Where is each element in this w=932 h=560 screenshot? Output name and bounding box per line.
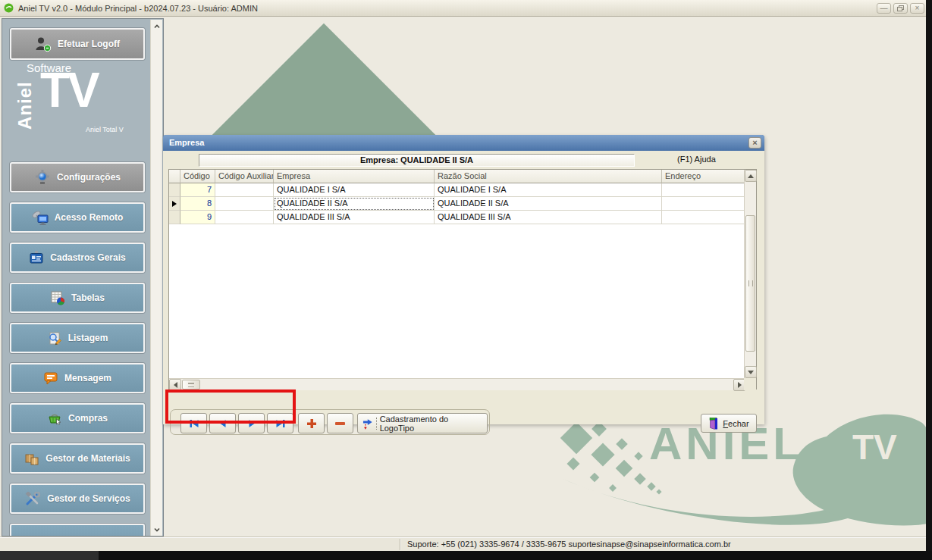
grid-header-empresa[interactable]: Empresa	[274, 170, 435, 183]
table-pie-icon	[50, 291, 65, 305]
grid-header-codigo[interactable]: Código	[180, 170, 215, 183]
sidebar-item-configuracoes[interactable]: Configurações	[10, 162, 145, 192]
delete-record-button[interactable]	[327, 413, 353, 433]
minimize-button[interactable]: —	[877, 3, 891, 14]
cell-codigo[interactable]: 9	[180, 211, 215, 224]
id-card-icon	[29, 251, 44, 264]
scroll-up-icon[interactable]	[154, 23, 160, 30]
grid-horizontal-scrollbar[interactable]	[169, 378, 745, 390]
row-indicator-current	[169, 197, 180, 211]
sidebar-item-listagem[interactable]: Listagem	[10, 323, 145, 353]
sidebar-item-label: Mensagem	[64, 373, 111, 383]
plus-icon	[306, 418, 317, 429]
window-title: Aniel TV v2.0 - Módulo Principal - b2024…	[18, 4, 258, 13]
grid-vscroll-thumb[interactable]	[745, 215, 755, 352]
grid-header-row: Código Código Auxiliar Empresa Razão Soc…	[169, 170, 745, 183]
logotipo-label: Cadastramento do LogoTipo	[380, 415, 482, 433]
sidebar: Efetuar Logoff Software Aniel TV Aniel T…	[2, 18, 164, 537]
statusbar: Suporte: +55 (021) 3335-9674 / 3335-9675…	[0, 537, 932, 551]
sidebar-item-label: Gestor de Materiais	[46, 453, 130, 464]
grid-scroll-down-button[interactable]	[745, 366, 757, 378]
grid-scrollbar-corner	[744, 378, 756, 390]
empresa-dialog: Empresa × Empresa: QUALIDADE II S/A (F1)…	[163, 135, 764, 424]
button-divider	[376, 418, 377, 430]
table-row[interactable]: 9 QUALIDADE III S/A QUALIDADE III S/A	[169, 211, 745, 224]
sidebar-scrollbar[interactable]	[150, 20, 162, 537]
grid-header-endereco[interactable]: Endereço	[662, 170, 745, 183]
grid-header-razao-social[interactable]: Razão Social	[435, 170, 662, 183]
grid-scroll-up-button[interactable]	[745, 170, 757, 182]
statusbar-support-text: Suporte: +55 (021) 3335-9674 / 3335-9675…	[407, 540, 731, 549]
dialog-titlebar[interactable]: Empresa ×	[163, 135, 764, 151]
message-bubble-icon	[43, 371, 58, 385]
sidebar-item-partial[interactable]	[10, 524, 145, 537]
sidebar-item-gestor-servicos[interactable]: Gestor de Serviços	[10, 483, 145, 514]
screen-edge-right	[926, 0, 932, 560]
cell-codigo[interactable]: 8	[180, 197, 215, 211]
logoff-label: Efetuar Logoff	[58, 39, 120, 49]
grid-vertical-scrollbar[interactable]	[744, 170, 756, 378]
watermark-tv-text: TV	[852, 427, 897, 467]
row-indicator	[169, 211, 180, 224]
scroll-down-icon[interactable]	[154, 527, 160, 533]
add-record-button[interactable]	[298, 413, 325, 433]
search-pencil-icon	[47, 331, 62, 346]
cell-empresa[interactable]: QUALIDADE I S/A	[274, 183, 435, 197]
fechar-label: Fechar	[723, 419, 748, 428]
current-row-arrow-icon	[172, 201, 177, 207]
annotation-red-highlight	[165, 389, 296, 424]
cell-empresa[interactable]: QUALIDADE III S/A	[274, 211, 435, 224]
minus-icon	[335, 422, 345, 425]
sidebar-item-label: Configurações	[57, 172, 121, 183]
table-row-selected[interactable]: 8 QUALIDADE II S/A QUALIDADE II S/A	[169, 197, 745, 211]
cell-endereco[interactable]	[662, 211, 745, 224]
row-indicator	[169, 183, 180, 197]
watermark-diamond-trail	[560, 421, 662, 494]
cell-razao-social[interactable]: QUALIDADE III S/A	[435, 211, 662, 224]
grid-header-codigo-auxiliar[interactable]: Código Auxiliar	[215, 170, 274, 183]
app-window: ANIEL TV Aniel TV v2.0 - Módulo Principa…	[0, 0, 932, 560]
cell-endereco[interactable]	[662, 197, 745, 211]
cell-razao-social[interactable]: QUALIDADE II S/A	[435, 197, 662, 211]
dialog-title: Empresa	[169, 138, 204, 147]
restore-button[interactable]	[893, 3, 908, 14]
sidebar-item-acesso-remoto[interactable]: Acesso Remoto	[10, 202, 145, 233]
window-titlebar[interactable]: Aniel TV v2.0 - Módulo Principal - b2024…	[0, 0, 932, 17]
sidebar-item-label: Cadastros Gerais	[50, 252, 125, 263]
close-button[interactable]: ×	[910, 3, 924, 14]
app-icon	[4, 3, 14, 13]
sidebar-item-compras[interactable]: Compras	[10, 403, 145, 433]
dialog-header-band: Empresa: QUALIDADE II S/A	[199, 154, 635, 167]
sidebar-item-label: Listagem	[68, 333, 108, 343]
cell-codigo[interactable]: 7	[180, 183, 215, 197]
cell-endereco[interactable]	[662, 183, 745, 197]
remote-access-icon	[32, 211, 49, 225]
statusbar-separator	[400, 539, 401, 550]
cell-codigo-auxiliar[interactable]	[215, 211, 274, 224]
cell-codigo-auxiliar[interactable]	[215, 183, 274, 197]
sidebar-item-cadastros-gerais[interactable]: Cadastros Gerais	[10, 242, 145, 273]
sidebar-item-tabelas[interactable]: Tabelas	[10, 283, 145, 313]
grid-header-indicator	[169, 170, 180, 183]
cell-codigo-auxiliar[interactable]	[215, 197, 274, 211]
sidebar-item-label: Gestor de Serviços	[47, 493, 130, 504]
logotipo-button[interactable]: Cadastramento do LogoTipo	[357, 413, 488, 433]
exit-door-icon	[708, 418, 719, 430]
empresa-grid[interactable]: Código Código Auxiliar Empresa Razão Soc…	[168, 169, 757, 389]
logotipo-icon	[362, 418, 373, 430]
sidebar-item-gestor-materiais[interactable]: Gestor de Materiais	[10, 443, 145, 474]
sidebar-item-label: Compras	[68, 413, 108, 424]
sidebar-item-label: Acesso Remoto	[55, 212, 124, 223]
logoff-button[interactable]: Efetuar Logoff	[10, 28, 145, 60]
sidebar-item-mensagem[interactable]: Mensagem	[10, 363, 145, 393]
table-row[interactable]: 7 QUALIDADE I S/A QUALIDADE I S/A	[169, 183, 745, 197]
fechar-button[interactable]: Fechar	[701, 414, 757, 433]
dialog-close-button[interactable]: ×	[748, 137, 761, 149]
dialog-help-hint: (F1) Ajuda	[677, 155, 716, 164]
cell-razao-social[interactable]: QUALIDADE I S/A	[435, 183, 662, 197]
logoff-person-icon	[35, 36, 52, 52]
grid-hscroll-thumb[interactable]	[182, 380, 200, 389]
cell-empresa-focused[interactable]: QUALIDADE II S/A	[274, 197, 435, 211]
gear-icon	[34, 170, 51, 185]
shopping-basket-icon	[47, 411, 62, 425]
